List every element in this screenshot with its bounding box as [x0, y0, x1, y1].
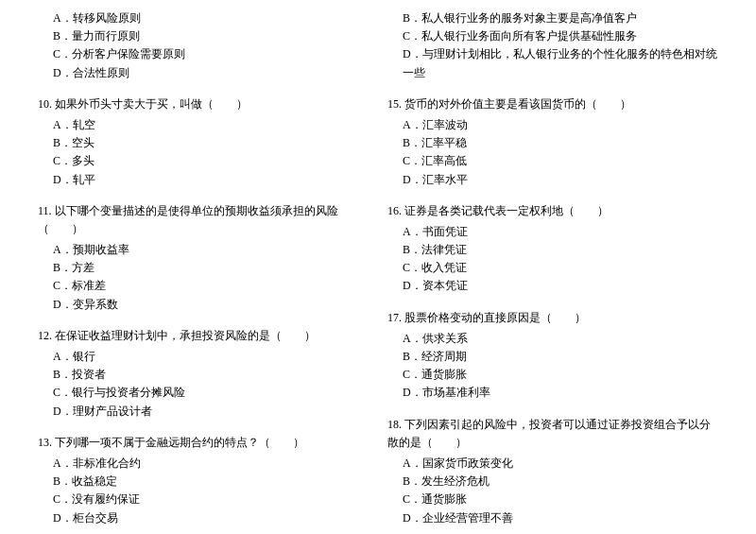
option-B-left-top: B．量力而行原则 — [38, 27, 369, 45]
option-label: D． — [403, 279, 422, 292]
option-text: 法律凭证 — [421, 243, 467, 256]
option-label: B． — [53, 136, 72, 149]
option-label: B． — [403, 136, 421, 149]
question-block-right-top: B．私人银行业务的服务对象主要是高净值客户 C．私人银行业务面向所有客户提供基础… — [387, 9, 718, 82]
q16-option-D: D．资本凭证 — [387, 277, 718, 295]
option-text: 与理财计划相比，私人银行业务的个性化服务的特色相对统一些 — [403, 47, 717, 78]
q11-option-C: C．标准差 — [38, 277, 369, 295]
option-text: 收益稳定 — [72, 474, 117, 488]
question-block-11: 11. 以下哪个变量描述的是使得单位的预期收益须承担的风险（ ） A．预期收益率… — [38, 202, 369, 314]
q17-option-C: C．通货膨胀 — [387, 366, 718, 384]
option-D-left-top: D．合法性原则 — [38, 64, 369, 82]
option-text: 合法性原则 — [73, 66, 129, 79]
option-label: D． — [53, 298, 73, 311]
option-label: A． — [403, 332, 422, 345]
option-label: B． — [53, 474, 72, 488]
option-label: A． — [403, 225, 422, 238]
option-label: C． — [403, 261, 421, 274]
question-block-10: 10. 如果外币头寸卖大于买，叫做（ ） A．轧空 B．空头 C．多头 D．轧平 — [38, 95, 369, 189]
option-label: C． — [53, 386, 72, 399]
q11-option-A: A．预期收益率 — [38, 241, 369, 259]
q13-option-B: B．收益稳定 — [38, 473, 369, 491]
option-text: 发生经济危机 — [421, 474, 490, 488]
option-label: B． — [403, 474, 421, 488]
option-label: D． — [53, 66, 73, 79]
q16-option-C: C．收入凭证 — [387, 259, 718, 277]
option-text: 通货膨胀 — [421, 368, 467, 381]
q17-option-A: A．供求关系 — [387, 330, 718, 348]
left-column: A．转移风险原则 B．量力而行原则 C．分析客户保险需要原则 D．合法性原则 1… — [38, 9, 369, 534]
option-text: 汇率波动 — [422, 118, 468, 131]
question-text-10: 10. 如果外币头寸卖大于买，叫做（ ） — [38, 95, 369, 113]
q16-option-B: B．法律凭证 — [387, 241, 718, 259]
option-text: 投资者 — [72, 368, 106, 381]
option-text: 轧空 — [73, 118, 95, 131]
question-block-15: 15. 货币的对外价值主要是看该国货币的（ ） A．汇率波动 B．汇率平稳 C．… — [387, 95, 718, 189]
option-label: A． — [403, 456, 422, 470]
option-label: B． — [403, 11, 421, 25]
option-text: 银行与投资者分摊风险 — [72, 386, 185, 399]
option-label: D． — [403, 511, 422, 525]
question-block-left-top: A．转移风险原则 B．量力而行原则 C．分析客户保险需要原则 D．合法性原则 — [38, 9, 369, 82]
q17-option-D: D．市场基准利率 — [387, 384, 718, 402]
q10-option-A: A．轧空 — [38, 116, 369, 134]
option-text: 市场基准利率 — [422, 386, 490, 399]
right-column: B．私人银行业务的服务对象主要是高净值客户 C．私人银行业务面向所有客户提供基础… — [387, 9, 718, 534]
option-text: 柜台交易 — [73, 511, 118, 525]
option-text: 空头 — [72, 136, 94, 149]
option-text: 轧平 — [73, 173, 95, 186]
page-content: A．转移风险原则 B．量力而行原则 C．分析客户保险需要原则 D．合法性原则 1… — [38, 9, 718, 534]
q11-option-B: B．方差 — [38, 259, 369, 277]
q15-option-B: B．汇率平稳 — [387, 134, 718, 152]
option-text: 没有履约保证 — [72, 492, 140, 506]
question-text-18: 18. 下列因素引起的风险中，投资者可以通过证券投资组合予以分散的是（ ） — [387, 416, 718, 452]
option-label: A． — [53, 456, 73, 470]
q18-option-A: A．国家货币政策变化 — [387, 455, 718, 473]
option-C-left-top: C．分析客户保险需要原则 — [38, 45, 369, 63]
option-label: A． — [403, 118, 422, 131]
q13-option-D: D．柜台交易 — [38, 509, 369, 527]
q12-option-A: A．银行 — [38, 348, 369, 366]
q14-option-C: C．私人银行业务面向所有客户提供基础性服务 — [387, 27, 718, 45]
q12-option-C: C．银行与投资者分摊风险 — [38, 384, 369, 402]
option-label: C． — [53, 154, 72, 167]
option-text: 预期收益率 — [73, 243, 129, 256]
option-label: C． — [53, 279, 72, 292]
option-A-left-top: A．转移风险原则 — [38, 9, 369, 27]
option-label: D． — [403, 386, 422, 399]
q15-option-D: D．汇率水平 — [387, 171, 718, 189]
option-text: 汇率水平 — [422, 173, 468, 186]
option-label: D． — [403, 47, 422, 60]
option-text: 通货膨胀 — [421, 492, 467, 506]
option-label: B． — [403, 243, 421, 256]
option-text: 非标准化合约 — [73, 456, 141, 470]
option-label: B． — [53, 261, 72, 274]
question-block-12: 12. 在保证收益理财计划中，承担投资风险的是（ ） A．银行 B．投资者 C．… — [38, 327, 369, 421]
option-label: C． — [403, 368, 421, 381]
q13-option-C: C．没有履约保证 — [38, 491, 369, 508]
option-label: D． — [53, 511, 73, 525]
option-text: 经济周期 — [421, 350, 467, 363]
option-label: C． — [403, 492, 421, 506]
q10-option-D: D．轧平 — [38, 171, 369, 189]
q10-option-B: B．空头 — [38, 134, 369, 152]
option-text: 企业经营管理不善 — [422, 511, 513, 525]
option-label: A． — [53, 11, 73, 25]
option-text: 私人银行业务面向所有客户提供基础性服务 — [421, 29, 637, 43]
q10-option-C: C．多头 — [38, 152, 369, 170]
q14-option-B: B．私人银行业务的服务对象主要是高净值客户 — [387, 9, 718, 27]
q15-option-C: C．汇率高低 — [387, 152, 718, 170]
option-label: A． — [53, 118, 73, 131]
option-text: 供求关系 — [422, 332, 468, 345]
option-label: B． — [403, 350, 421, 363]
option-label: C． — [53, 47, 72, 60]
q16-option-A: A．书面凭证 — [387, 223, 718, 241]
option-text: 收入凭证 — [421, 261, 467, 274]
option-text: 私人银行业务的服务对象主要是高净值客户 — [421, 11, 637, 25]
question-block-16: 16. 证券是各类记载代表一定权利地（ ） A．书面凭证 B．法律凭证 C．收入… — [387, 202, 718, 296]
option-label: A． — [53, 243, 73, 256]
q13-option-A: A．非标准化合约 — [38, 455, 369, 473]
option-label: B． — [53, 368, 72, 381]
option-text: 汇率平稳 — [421, 136, 467, 149]
option-label: B． — [53, 29, 72, 43]
